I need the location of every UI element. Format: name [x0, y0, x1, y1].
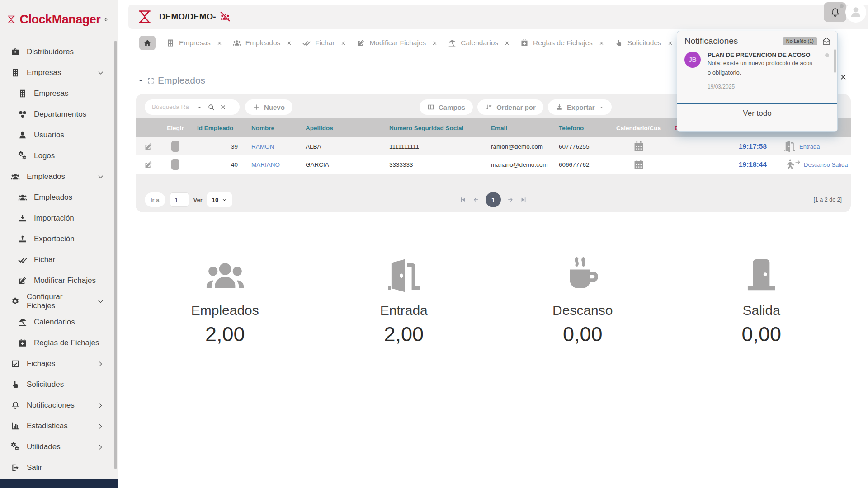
calendar-icon[interactable]	[633, 159, 645, 170]
page-size-select[interactable]: 10	[207, 192, 232, 207]
sidebar-item-utilidades[interactable]: Utilidades	[0, 436, 118, 457]
hourglass-icon	[137, 9, 153, 25]
column-header-numero-seguridad-social[interactable]: Numero Seguridad Social	[382, 118, 484, 137]
expand-section-icon[interactable]	[147, 77, 155, 84]
tab-empresas[interactable]: Empresas	[166, 39, 222, 47]
search-icon[interactable]	[208, 103, 215, 111]
column-header-telefono[interactable]: Telefono	[552, 118, 604, 137]
bell-icon	[11, 401, 20, 410]
clear-search-icon[interactable]	[220, 104, 226, 110]
current-page-button[interactable]: 1	[486, 192, 501, 207]
calendar-icon[interactable]	[633, 141, 645, 152]
sidebar-scrollbar[interactable]	[114, 41, 117, 469]
chevron-down-icon	[97, 70, 104, 76]
column-header-email[interactable]: Email	[484, 118, 552, 137]
tab-home[interactable]	[139, 36, 156, 50]
next-page-icon[interactable]	[507, 196, 514, 203]
nuevo-button[interactable]: Nuevo	[245, 99, 292, 115]
nombre-cell[interactable]: RAMON	[244, 137, 298, 155]
edit-row-icon[interactable]	[144, 160, 153, 169]
notifications-scrollbar[interactable]	[834, 49, 836, 73]
tab-empleados[interactable]: Empleados	[233, 39, 292, 47]
sidebar-item-solicitudes[interactable]: Solicitudes	[0, 374, 118, 395]
export-icon	[556, 103, 563, 111]
sidebar-item-label: Distribuidores	[27, 47, 74, 56]
tab-solicitudes[interactable]: Solicitudes	[615, 39, 673, 47]
section-header: Empleados	[137, 75, 205, 86]
sender-avatar: JB	[684, 52, 701, 68]
sidebar-collapse-icon[interactable]	[104, 15, 108, 24]
tab-close-icon[interactable]	[505, 41, 509, 46]
sidebar-item-empresas[interactable]: Empresas	[0, 83, 118, 104]
sidebar-item-logos[interactable]: Logos	[0, 145, 118, 166]
goto-page-button[interactable]: Ir a	[145, 192, 165, 207]
caret-down-icon[interactable]	[197, 104, 203, 110]
nss-cell: 3333333	[382, 155, 484, 174]
sidebar-item-distribuidores[interactable]: Distribuidores	[0, 42, 118, 62]
tab-close-icon[interactable]	[287, 41, 292, 46]
sidebar-item-reglas-de-fichajes[interactable]: Reglas de Fichajes	[0, 333, 118, 353]
tab-close-icon[interactable]	[599, 41, 604, 46]
sidebar-item-label: Solicitudes	[27, 380, 64, 389]
column-header-apellidos[interactable]: Apellidos	[298, 118, 382, 137]
column-header-id-empleado[interactable]: Id Empleado	[190, 118, 244, 137]
tab-close-icon[interactable]	[341, 41, 346, 46]
sidebar-item-fichar[interactable]: Fichar	[0, 249, 118, 270]
sidebar-item-notificaciones[interactable]: Notificaciones	[0, 395, 118, 416]
notifications-panel: Notificaciones No Leído (1) JB PLAN DE P…	[677, 31, 838, 132]
tab-close-icon[interactable]	[217, 41, 222, 46]
sidebar-item-label: Usuarios	[34, 131, 64, 140]
last-page-icon[interactable]	[520, 196, 527, 203]
sidebar-item-usuarios[interactable]: Usuarios	[0, 125, 118, 145]
edit-row-icon[interactable]	[144, 142, 153, 151]
sidebar-item-departamentos[interactable]: Departamentos	[0, 104, 118, 125]
tab-label: Empleados	[245, 39, 281, 47]
envelope-open-icon[interactable]	[822, 37, 831, 46]
sidebar-item-calendarios[interactable]: Calendarios	[0, 312, 118, 333]
user-avatar[interactable]	[845, 2, 866, 23]
tab-modificar-fichajes[interactable]: Modificar Fichajes	[357, 39, 437, 47]
nombre-cell[interactable]: MARIANO	[244, 155, 298, 174]
hand-icon	[11, 380, 20, 389]
column-header-calendario-cua: Calendario/Cua	[604, 118, 674, 137]
stat-label: Empleados	[191, 303, 259, 318]
tab-close-icon[interactable]	[668, 41, 673, 46]
select-cell	[161, 137, 190, 155]
row-checkbox[interactable]	[171, 159, 179, 170]
sidebar-item-exportacion[interactable]: Exportación	[0, 229, 118, 249]
gears-icon	[11, 442, 20, 451]
sidebar-item-label: Configurar Fichajes	[27, 292, 90, 310]
prev-page-icon[interactable]	[472, 196, 480, 203]
goto-page-input[interactable]	[170, 192, 189, 207]
collapse-section-icon[interactable]	[137, 77, 144, 84]
upload-icon	[18, 235, 27, 244]
goto-label: Ir a	[151, 197, 160, 203]
estado-cell[interactable]: Entrada	[773, 137, 851, 155]
tab-calendarios[interactable]: Calendarios	[448, 39, 509, 47]
campos-button[interactable]: Campos	[420, 99, 473, 115]
sidebar-item-salir[interactable]: Salir	[0, 457, 118, 478]
tab-fichar[interactable]: Fichar	[302, 39, 346, 47]
sidebar-item-importacion[interactable]: Importación	[0, 208, 118, 229]
sidebar-item-fichajes[interactable]: Fichajes	[0, 353, 118, 374]
sidebar-item-empleados[interactable]: Empleados	[0, 187, 118, 208]
sidebar-item-estadisticas[interactable]: Estadisticas	[0, 416, 118, 436]
building-icon	[166, 39, 175, 47]
first-page-icon[interactable]	[459, 196, 467, 203]
ordenar-button[interactable]: Ordenar por	[477, 99, 543, 115]
view-all-link[interactable]: Ver todo	[677, 109, 837, 118]
tab-reglas-de-fichajes[interactable]: Reglas de Fichajes	[520, 39, 604, 47]
row-checkbox[interactable]	[171, 141, 179, 152]
close-icon[interactable]	[840, 74, 847, 80]
notifications-button[interactable]	[824, 2, 846, 22]
tab-close-icon[interactable]	[432, 41, 437, 46]
notification-item[interactable]: JB PLAN DE PREVENCION DE ACOSO Nota: exi…	[677, 48, 837, 90]
stat-value: 2,00	[384, 323, 424, 346]
sidebar-item-empleados[interactable]: Empleados	[0, 166, 118, 187]
sidebar-item-modificar-fichajes[interactable]: Modificar Fichajes	[0, 270, 118, 291]
search-input[interactable]	[151, 103, 192, 111]
column-header-nombre[interactable]: Nombre	[244, 118, 298, 137]
estado-cell[interactable]: Descanso Salida	[773, 155, 851, 174]
sidebar-item-empresas[interactable]: Empresas	[0, 62, 118, 83]
sidebar-item-configurar-fichajes[interactable]: Configurar Fichajes	[0, 291, 118, 312]
